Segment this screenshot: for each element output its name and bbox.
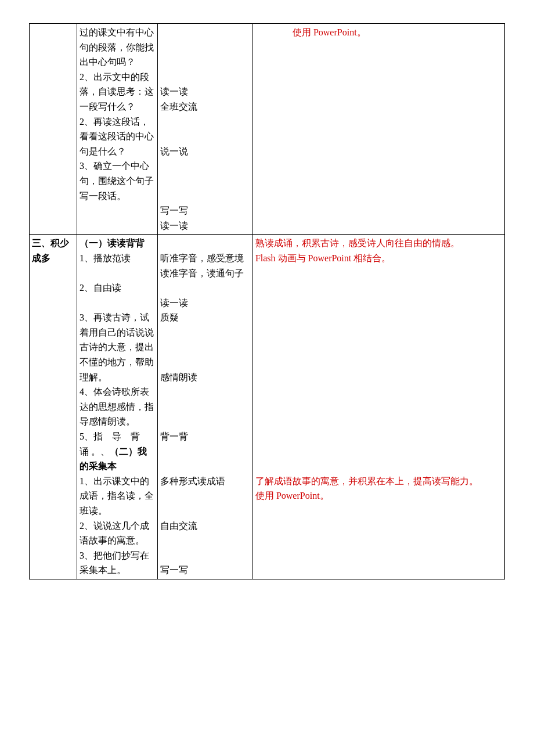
cell-text: 2、自由读	[80, 280, 155, 296]
blank-line	[255, 280, 502, 296]
blank-line	[160, 355, 250, 370]
lesson-plan-table: 过的课文中有中心句的段落，你能找出中心句吗？2、出示文中的段落，自读思考：这一段…	[29, 23, 505, 579]
blank-line	[255, 370, 502, 385]
blank-line	[255, 296, 502, 311]
cell-text: 听准字音，感受意境	[160, 251, 250, 266]
design-intent-cell: 熟读成诵，积累古诗，感受诗人向往自由的情感。Flash 动画与 PowerPoi…	[252, 235, 504, 579]
student-activity-cell: 听准字音，感受意境读准字音，读通句子 读一读质疑 感情朗读 背一背 多种形式读成…	[158, 235, 253, 579]
blank-line	[160, 444, 250, 459]
cell-text: 1、播放范读	[80, 251, 155, 266]
cell-text: 5、指 导 背 诵 。、（二）我的采集本	[80, 429, 155, 474]
cell-text: 了解成语故事的寓意，并积累在本上，提高读写能力。	[255, 474, 502, 489]
blank-line	[160, 174, 250, 189]
blank-line	[255, 384, 502, 399]
blank-line	[255, 414, 502, 429]
cell-text: Flash 动画与 PowerPoint 相结合。	[255, 251, 502, 266]
blank-line	[160, 414, 250, 429]
blank-line	[255, 459, 502, 474]
table-row: 过的课文中有中心句的段落，你能找出中心句吗？2、出示文中的段落，自读思考：这一段…	[30, 24, 505, 235]
blank-line	[160, 548, 250, 563]
blank-line	[160, 280, 250, 296]
blank-line	[160, 340, 250, 355]
blank-line	[160, 488, 250, 503]
blank-line	[160, 114, 250, 129]
cell-text: 自由交流	[160, 519, 250, 534]
cell-text: 写一写	[160, 563, 250, 578]
cell-text: 质疑	[160, 310, 250, 325]
section-title: 三、积少成多	[32, 236, 74, 265]
design-intent-cell: 使用 PowerPoint。	[252, 24, 504, 235]
blank-line	[255, 355, 502, 370]
cell-text: 2、说说这几个成语故事的寓意。	[80, 519, 155, 548]
blank-line	[255, 325, 502, 340]
blank-line	[160, 129, 250, 144]
cell-text: 2、再读这段话，看看这段话的中心句是什么？	[80, 114, 155, 159]
cell-text: （一）读读背背	[80, 236, 155, 251]
blank-line	[160, 40, 250, 55]
cell-text: 感情朗读	[160, 370, 250, 385]
blank-line	[255, 399, 502, 415]
cell-text: 读一读	[160, 218, 250, 233]
blank-line	[255, 340, 502, 355]
blank-line	[160, 55, 250, 70]
cell-text: 3、再读古诗，试着用自己的话说说古诗的大意，提出不懂的地方，帮助理解。	[80, 310, 155, 384]
section-cell	[30, 24, 77, 235]
blank-line	[160, 159, 250, 174]
blank-line	[160, 236, 250, 251]
blank-line	[160, 70, 250, 85]
cell-text: 1、出示课文中的成语，指名读，全班读。	[80, 474, 155, 519]
blank-line	[255, 266, 502, 281]
cell-text: 读一读	[160, 84, 250, 99]
cell-text: 读准字音，读通句子	[160, 266, 250, 281]
cell-text: 3、确立一个中心句，围绕这个句子写一段话。	[80, 159, 155, 203]
section-cell: 三、积少成多	[30, 235, 77, 579]
cell-text: 2、出示文中的段落，自读思考：这一段写什么？	[80, 70, 155, 114]
blank-line	[255, 429, 502, 444]
cell-text: 写一写	[160, 203, 250, 218]
cell-text: 读一读	[160, 296, 250, 311]
cell-text: 熟读成诵，积累古诗，感受诗人向往自由的情感。	[255, 236, 502, 251]
blank-line	[160, 384, 250, 399]
cell-text: 说一说	[160, 144, 250, 159]
blank-line	[255, 310, 502, 325]
cell-text: 3、把他们抄写在采集本上。	[80, 548, 155, 578]
cell-text: 多种形式读成语	[160, 474, 250, 489]
teacher-activity-cell: 过的课文中有中心句的段落，你能找出中心句吗？2、出示文中的段落，自读思考：这一段…	[77, 24, 157, 235]
cell-text: 背一背	[160, 429, 250, 444]
blank-line	[80, 266, 155, 281]
table-row: 三、积少成多（一）读读背背1、播放范读 2、自由读 3、再读古诗，试着用自己的话…	[30, 235, 505, 579]
teacher-activity-cell: （一）读读背背1、播放范读 2、自由读 3、再读古诗，试着用自己的话说说古诗的大…	[77, 235, 157, 579]
cell-text: 过的课文中有中心句的段落，你能找出中心句吗？	[80, 25, 155, 70]
blank-line	[160, 325, 250, 340]
cell-text: 4、体会诗歌所表达的思想感情，指导感情朗读。	[80, 384, 155, 429]
blank-line	[160, 459, 250, 474]
student-activity-cell: 读一读全班交流 说一说 写一写读一读	[158, 24, 253, 235]
blank-line	[255, 444, 502, 459]
blank-line	[160, 399, 250, 415]
blank-line	[80, 296, 155, 311]
blank-line	[160, 503, 250, 519]
blank-line	[160, 189, 250, 204]
cell-text: 使用 PowerPoint。	[255, 488, 502, 503]
cell-text: 全班交流	[160, 99, 250, 114]
blank-line	[160, 25, 250, 40]
blank-line	[160, 533, 250, 548]
cell-text: 使用 PowerPoint。	[255, 25, 502, 40]
